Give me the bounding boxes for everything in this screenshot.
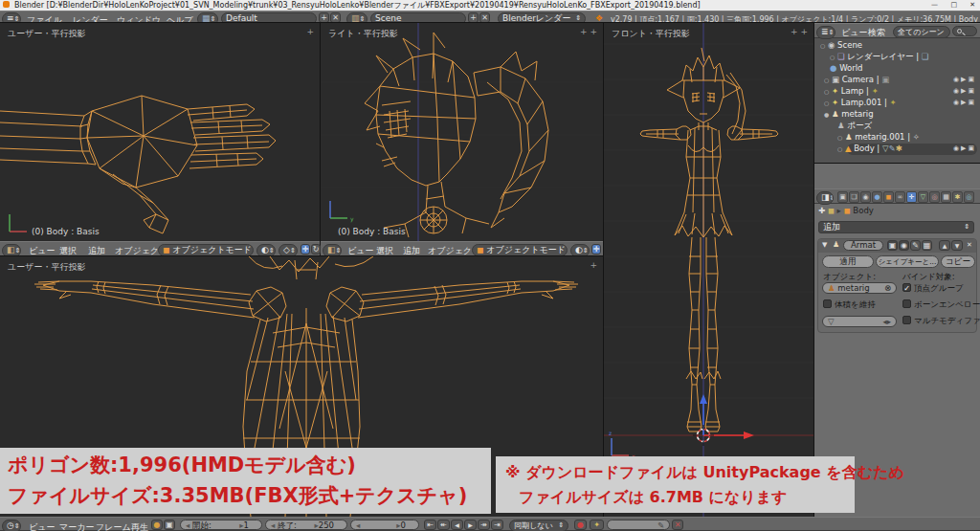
move-up-button[interactable]: ▲ bbox=[939, 240, 950, 251]
viewport-shading-dropdown[interactable]: ◐⇕ bbox=[570, 244, 590, 257]
expand-toggle-icon[interactable]: ○ bbox=[824, 77, 829, 83]
expand-toggle-icon[interactable]: ○ bbox=[830, 54, 835, 60]
tab-texture[interactable]: ▦ bbox=[941, 191, 951, 203]
frame-end-field[interactable]: ◂ 終了: 250▸ bbox=[265, 520, 347, 530]
toolshelf-expand-icon[interactable]: + bbox=[306, 27, 314, 36]
spin-right-icon[interactable]: ▸ bbox=[396, 520, 400, 531]
tab-scene[interactable]: ◉ bbox=[860, 191, 871, 203]
tab-object[interactable]: ◼ bbox=[883, 191, 894, 203]
clear-field-icon[interactable]: ⊗ bbox=[884, 283, 891, 294]
tab-physics[interactable]: ◎ bbox=[964, 191, 974, 203]
clear-keying-set-button[interactable]: ✕ bbox=[672, 520, 683, 530]
close-button[interactable]: ✕ bbox=[969, 0, 975, 10]
render-toggle-icon[interactable]: ▣ bbox=[968, 76, 976, 83]
viewport-front[interactable]: xz フロント・平行投影 + + bbox=[604, 23, 813, 517]
bone-envelopes-checkbox[interactable] bbox=[902, 299, 911, 308]
timeline-menu-frame[interactable]: フレーム bbox=[96, 521, 131, 531]
outliner-row-scene[interactable]: ○ ◉ Scene bbox=[820, 40, 862, 50]
manipulator-translate-button[interactable]: ✛ bbox=[591, 244, 601, 254]
mode-dropdown[interactable]: ◼ オブジェクトモード bbox=[158, 244, 254, 256]
delete-modifier-icon[interactable]: ✕ bbox=[967, 241, 972, 249]
expand-icon[interactable]: ▼ bbox=[822, 241, 827, 249]
jump-to-start-button[interactable]: ⇤ bbox=[424, 520, 436, 530]
tab-object-data[interactable]: ▽ bbox=[918, 191, 928, 203]
eye-icon[interactable]: ◉ bbox=[953, 76, 961, 83]
render-toggle-icon[interactable]: ▣ bbox=[968, 144, 976, 152]
outliner-filter-dropdown[interactable]: 全てのシーン bbox=[893, 26, 950, 38]
spin-right-icon[interactable]: ▸ bbox=[314, 520, 318, 531]
add-modifier-dropdown[interactable]: 追加⇕ bbox=[818, 221, 974, 233]
play-reverse-button[interactable]: ◀ bbox=[451, 520, 463, 530]
outliner-row-lamp001[interactable]: ○ ✦ Lamp.001 | ✦ bbox=[824, 98, 897, 107]
spin-icons[interactable]: ◂▸ bbox=[882, 317, 891, 327]
row-toggles[interactable]: ◉▶▣ bbox=[953, 99, 976, 106]
editor-type-3dview-button[interactable]: ◧⇕ bbox=[323, 244, 342, 257]
mode-dropdown[interactable]: ◼ オブジェクトモード bbox=[472, 244, 568, 256]
tab-modifiers[interactable]: ✛ bbox=[906, 191, 917, 203]
prev-keyframe-button[interactable]: ↞ bbox=[437, 520, 450, 530]
sync-dropdown[interactable]: 同期しない⇕ bbox=[509, 520, 568, 531]
manipulator-rotate-button[interactable]: ↻ bbox=[311, 244, 321, 254]
spin-left-icon[interactable]: ◂ bbox=[186, 520, 189, 531]
expand-toggle-icon[interactable]: ○ bbox=[837, 145, 842, 152]
cage-toggle[interactable]: ▦ bbox=[922, 240, 932, 251]
apply-button[interactable]: 適用 bbox=[822, 255, 874, 268]
scene-add-button[interactable]: + bbox=[468, 12, 479, 23]
scene-delete-button[interactable]: ✕ bbox=[479, 12, 490, 23]
viewport-visibility-toggle[interactable]: ◉ bbox=[899, 240, 909, 251]
outliner-row-body[interactable]: ○ ▲ Body | ▽✎✱ bbox=[837, 144, 902, 153]
auto-keyframe-button[interactable]: ● bbox=[574, 520, 587, 530]
editor-type-properties-button[interactable]: ◨⇕ bbox=[816, 191, 834, 205]
expand-toggle-icon[interactable]: ○ bbox=[837, 134, 842, 141]
workspace-delete-button[interactable]: ✕ bbox=[330, 12, 341, 23]
jump-to-end-button[interactable]: ⇥ bbox=[491, 520, 503, 530]
tab-material[interactable]: ◎ bbox=[929, 191, 940, 203]
outliner-row-lamp[interactable]: ○ ✦ Lamp | ✦ bbox=[824, 86, 879, 96]
outliner-row-world[interactable]: ● World bbox=[830, 63, 862, 73]
eye-icon[interactable]: ◉ bbox=[953, 99, 961, 106]
spin-left-icon[interactable]: ◂ bbox=[271, 520, 275, 531]
pin-icon[interactable]: ✚ bbox=[818, 206, 825, 215]
pivot-dropdown[interactable]: ◇⇕ bbox=[278, 244, 298, 257]
tab-render[interactable]: ▣ bbox=[837, 191, 848, 203]
tab-particles[interactable]: ✱ bbox=[952, 191, 963, 203]
outliner-menu-view[interactable]: ビュー bbox=[841, 27, 867, 39]
timeline-menu-view[interactable]: ビュー bbox=[29, 521, 55, 531]
keying-set-menu-button[interactable]: ✦ bbox=[590, 520, 604, 530]
outliner-row-metarig[interactable]: ● ♟ metarig bbox=[824, 109, 874, 119]
outliner-row-camera[interactable]: ○ ▣ Camera | ▣ bbox=[824, 75, 889, 84]
copy-button[interactable]: コピー bbox=[941, 255, 975, 268]
editor-type-timeline-button[interactable]: ◷⇕ bbox=[2, 520, 21, 531]
spin-right-icon[interactable]: ▸ bbox=[887, 317, 891, 327]
editor-type-outliner-button[interactable]: ≣⇕ bbox=[816, 26, 835, 39]
move-down-button[interactable]: ▼ bbox=[951, 240, 963, 251]
row-toggles[interactable]: ◉▶▣ bbox=[953, 76, 976, 83]
tab-constraints[interactable]: ∞ bbox=[895, 191, 905, 203]
editor-type-3dview-button[interactable]: ◧⇕ bbox=[2, 244, 21, 257]
modifier-name-field[interactable]: Armat bbox=[843, 240, 883, 251]
outliner-row-metarig001[interactable]: ○ ♟ metarig.001 | ✧ bbox=[837, 132, 920, 142]
next-keyframe-button[interactable]: ↠ bbox=[478, 520, 490, 530]
expand-toggle-icon[interactable]: ● bbox=[824, 111, 829, 118]
expand-toggle-icon[interactable]: ○ bbox=[820, 42, 825, 49]
playback-range-toggle[interactable]: ● bbox=[151, 520, 163, 530]
outliner-search-field[interactable] bbox=[952, 26, 977, 36]
eyedropper-icon[interactable]: ✎ bbox=[657, 520, 664, 531]
manipulator-translate-button[interactable]: ✛ bbox=[301, 244, 310, 254]
eye-icon[interactable]: ◉ bbox=[953, 144, 961, 152]
minimize-button[interactable]: — bbox=[931, 0, 938, 10]
render-visibility-toggle[interactable]: ▣ bbox=[887, 240, 898, 251]
spin-left-icon[interactable]: ◂ bbox=[356, 520, 360, 531]
toolshelf-expand-icon[interactable]: + + bbox=[791, 27, 808, 36]
vertex-group-field[interactable]: ▽◂▸ bbox=[822, 316, 897, 327]
viewport-head[interactable]: y ライト・平行投影 + + (0) Body : Basis bbox=[321, 23, 603, 241]
preserve-volume-checkbox[interactable] bbox=[823, 299, 832, 308]
render-toggle-icon[interactable]: ▣ bbox=[968, 99, 976, 106]
outliner-row-pose[interactable]: ♟ ポーズ bbox=[837, 121, 872, 132]
outliner-row-renderlayers[interactable]: ○ ❏ レンダーレイヤー | ❏ bbox=[830, 52, 928, 63]
maximize-button[interactable]: □ bbox=[950, 0, 957, 10]
row-toggles[interactable]: ◉▶▣ bbox=[953, 144, 976, 152]
render-toggle-icon[interactable]: ▣ bbox=[968, 87, 976, 95]
keying-set-field[interactable]: ✎ bbox=[607, 520, 670, 530]
select-toggle-icon[interactable]: ▶ bbox=[961, 144, 968, 152]
